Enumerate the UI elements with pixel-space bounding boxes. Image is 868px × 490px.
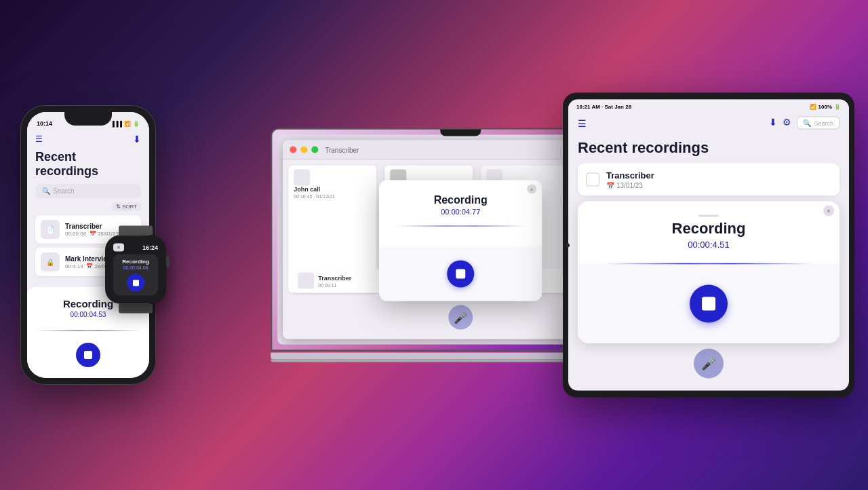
mac-modal-close-btn[interactable]: × [527, 185, 536, 194]
mac-recording-title: Recording [390, 194, 531, 206]
iphone-sort-button[interactable]: ⇅ SORT [112, 202, 141, 211]
iphone-menu-icon[interactable]: ☰ [35, 134, 43, 144]
ipad-device: 10:21 AM · Sat Jan 28 📶 100% 🔋 ☰ ⬇ ⚙ [563, 93, 854, 398]
sort-icon: ⇅ [116, 204, 121, 210]
iphone-app-header: ☰ ⬇ [35, 134, 141, 145]
iphone-search-box[interactable]: 🔍 Search [35, 184, 141, 198]
iphone-time: 10:14 [37, 120, 52, 127]
ipad-item-meta-0: 📅 13/01/23 [606, 182, 831, 189]
sort-label: SORT [122, 204, 137, 210]
watch-screen: ✕ 16:24 Recording 00:00:04.06 [109, 240, 162, 300]
mac-row-icon [298, 273, 314, 289]
ipad-header-actions: ⬇ ⚙ 🔍 Search [769, 117, 840, 130]
iphone-waveform [35, 324, 141, 337]
watch-crown [166, 256, 170, 268]
ipad-item-title-0: Transcriber [606, 170, 831, 181]
ipad-modal-close-btn[interactable]: × [823, 206, 834, 216]
watch-x-icon: ✕ [117, 245, 121, 250]
mac-modal-bottom [379, 247, 542, 301]
watch-recording-timer: 00:00:04.06 [117, 265, 154, 270]
mac-row-title: Transcriber [318, 274, 351, 281]
scene: Transcriber 🔍 Search [0, 0, 868, 490]
apple-watch-device: ✕ 16:24 Recording 00:00:04.06 [105, 226, 166, 314]
ipad-search-icon: 🔍 [803, 119, 811, 127]
iphone-item-icon-0: 📄 [41, 220, 60, 239]
mac-waveform-line [395, 225, 526, 226]
mac-recording-timer: 00:00:04.77 [390, 208, 531, 216]
ipad-calendar-icon: 📅 [606, 182, 614, 189]
iphone-stop-icon [84, 351, 92, 359]
ipad-search-placeholder: Search [814, 119, 833, 126]
mac-modal-top: Recording 00:00:04.77 [379, 181, 542, 247]
iphone-sort-row: ⇅ SORT [35, 202, 141, 211]
iphone-search-icon: 🔍 [42, 187, 50, 195]
ipad-body: 10:21 AM · Sat Jan 28 📶 100% 🔋 ☰ ⬇ ⚙ [563, 93, 854, 398]
watch-band-bottom [119, 304, 153, 314]
watch-notification: ✕ [113, 244, 124, 252]
battery-icon: 🔋 [133, 121, 140, 127]
ipad-battery-icon: 🔋 [834, 104, 841, 110]
mac-waveform [390, 216, 531, 236]
ipad-recording-title: Recording [591, 220, 826, 238]
ipad-search-box[interactable]: 🔍 Search [797, 117, 840, 130]
ipad-recording-timer: 00:00:4.51 [591, 240, 826, 250]
mac-stop-icon [456, 269, 465, 279]
ipad-stop-button[interactable] [690, 285, 728, 323]
ipad-recording-modal: × Recording 00:00:4.51 [578, 202, 840, 343]
ipad-camera [566, 243, 570, 247]
mac-close-btn[interactable] [290, 147, 296, 153]
ipad-modal-top: × Recording 00:00:4.51 [578, 202, 840, 263]
watch-stop-icon [133, 280, 139, 286]
ipad-mic-icon: 🎤 [701, 356, 716, 371]
ipad-battery-label: 100% [818, 104, 832, 110]
ipad-modal-handle [698, 215, 719, 217]
ipad-item-info-0: Transcriber 📅 13/01/23 [606, 170, 831, 189]
ipad-list-item-0[interactable]: Transcriber 📅 13/01/23 [578, 164, 840, 196]
mac-card-info: John call 00:10:45 01/12/22 [294, 186, 371, 199]
mac-app-title: Transcriber [325, 146, 359, 153]
iphone-waveform-line [35, 331, 141, 331]
ipad-content: ☰ ⬇ ⚙ 🔍 Search Recent recordings [568, 114, 849, 391]
iphone-search-placeholder: Search [53, 187, 75, 195]
ipad-filter-icon[interactable]: ⚙ [783, 117, 791, 130]
watch-time: 16:24 [142, 244, 158, 251]
mac-mic-icon: 🎤 [454, 311, 467, 324]
watch-band-top [119, 226, 153, 235]
mac-stop-button[interactable] [447, 261, 474, 288]
watch-body: ✕ 16:24 Recording 00:00:04.06 [105, 235, 166, 304]
ipad-page-title: Recent recordings [578, 139, 840, 157]
mac-card-meta-0: 00:10:45 01/12/22 [294, 194, 371, 199]
ipad-download-icon[interactable]: ⬇ [769, 117, 777, 130]
iphone-download-icon[interactable]: ⬇ [133, 134, 141, 145]
mac-maximize-btn[interactable] [311, 147, 318, 153]
ipad-screen: 10:21 AM · Sat Jan 28 📶 100% 🔋 ☰ ⬇ ⚙ [568, 100, 849, 391]
mac-row-info: Transcriber 00:00:11 [318, 274, 351, 287]
mac-minimize-btn[interactable] [300, 147, 307, 153]
ipad-status-icons: 📶 100% 🔋 [810, 104, 841, 110]
ipad-status-time: 10:21 AM · Sat Jan 28 [576, 104, 631, 110]
mac-recording-modal: × Recording 00:00:04.77 [379, 181, 542, 301]
watch-stop-button[interactable] [127, 274, 144, 292]
signal-icon: ▐▐▐ [111, 121, 122, 127]
ipad-mic-button[interactable]: 🎤 [694, 349, 724, 379]
watch-statusbar: ✕ 16:24 [113, 244, 158, 252]
ipad-item-checkbox-0[interactable] [586, 173, 599, 187]
iphone-status-icons: ▐▐▐ 📶 🔋 [111, 121, 140, 127]
macbook-notch [440, 130, 481, 136]
iphone-item-icon-1: 🔒 [41, 252, 60, 271]
ipad-wifi-icon: 📶 [810, 104, 816, 110]
mac-card-icon [294, 170, 310, 186]
ipad-stop-icon [702, 297, 715, 311]
mac-card-title-0: John call [294, 186, 371, 193]
watch-content: Recording 00:00:04.06 [113, 255, 158, 296]
watch-recording-title: Recording [117, 259, 154, 265]
mac-row-meta: 00:00:11 [318, 282, 351, 287]
mac-mic-button[interactable]: 🎤 [448, 305, 473, 330]
ipad-modal-bottom [578, 265, 840, 343]
ipad-statusbar: 10:21 AM · Sat Jan 28 📶 100% 🔋 [568, 100, 849, 114]
iphone-stop-button[interactable] [76, 343, 100, 367]
ipad-app-header: ☰ ⬇ ⚙ 🔍 Search [578, 114, 840, 132]
ipad-menu-icon[interactable]: ☰ [578, 117, 587, 128]
iphone-notch [64, 112, 112, 126]
wifi-icon: 📶 [124, 121, 131, 127]
